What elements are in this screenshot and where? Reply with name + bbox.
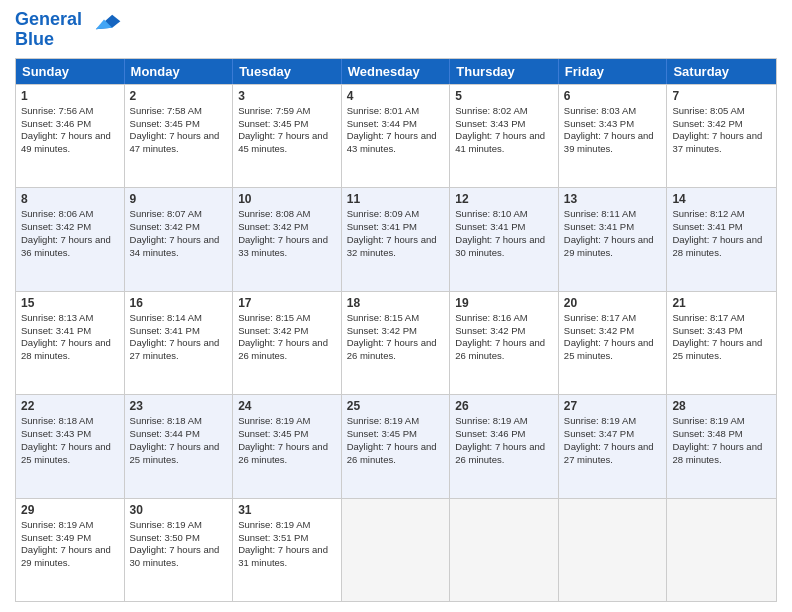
- calendar-cell: 12Sunrise: 8:10 AMSunset: 3:41 PMDayligh…: [450, 188, 559, 290]
- daylight-text: Daylight: 7 hours and 37 minutes.: [672, 130, 771, 156]
- day-number: 10: [238, 191, 336, 207]
- calendar-cell: 24Sunrise: 8:19 AMSunset: 3:45 PMDayligh…: [233, 395, 342, 497]
- sunrise-text: Sunrise: 8:12 AM: [672, 208, 771, 221]
- sunset-text: Sunset: 3:41 PM: [347, 221, 445, 234]
- sunrise-text: Sunrise: 8:19 AM: [238, 415, 336, 428]
- sunrise-text: Sunrise: 8:18 AM: [21, 415, 119, 428]
- day-number: 5: [455, 88, 553, 104]
- sunset-text: Sunset: 3:41 PM: [130, 325, 228, 338]
- day-number: 22: [21, 398, 119, 414]
- header-day-thursday: Thursday: [450, 59, 559, 84]
- calendar-cell: 23Sunrise: 8:18 AMSunset: 3:44 PMDayligh…: [125, 395, 234, 497]
- day-number: 25: [347, 398, 445, 414]
- daylight-text: Daylight: 7 hours and 26 minutes.: [347, 337, 445, 363]
- sunset-text: Sunset: 3:45 PM: [238, 118, 336, 131]
- calendar-cell: 18Sunrise: 8:15 AMSunset: 3:42 PMDayligh…: [342, 292, 451, 394]
- sunset-text: Sunset: 3:42 PM: [238, 221, 336, 234]
- day-number: 12: [455, 191, 553, 207]
- daylight-text: Daylight: 7 hours and 29 minutes.: [21, 544, 119, 570]
- daylight-text: Daylight: 7 hours and 49 minutes.: [21, 130, 119, 156]
- calendar-row-3: 22Sunrise: 8:18 AMSunset: 3:43 PMDayligh…: [16, 394, 776, 497]
- sunset-text: Sunset: 3:42 PM: [672, 118, 771, 131]
- day-number: 9: [130, 191, 228, 207]
- calendar-body: 1Sunrise: 7:56 AMSunset: 3:46 PMDaylight…: [16, 84, 776, 601]
- daylight-text: Daylight: 7 hours and 43 minutes.: [347, 130, 445, 156]
- day-number: 3: [238, 88, 336, 104]
- daylight-text: Daylight: 7 hours and 47 minutes.: [130, 130, 228, 156]
- day-number: 4: [347, 88, 445, 104]
- sunrise-text: Sunrise: 7:56 AM: [21, 105, 119, 118]
- daylight-text: Daylight: 7 hours and 27 minutes.: [564, 441, 662, 467]
- daylight-text: Daylight: 7 hours and 33 minutes.: [238, 234, 336, 260]
- day-number: 30: [130, 502, 228, 518]
- sunrise-text: Sunrise: 8:01 AM: [347, 105, 445, 118]
- sunset-text: Sunset: 3:45 PM: [130, 118, 228, 131]
- sunset-text: Sunset: 3:41 PM: [455, 221, 553, 234]
- daylight-text: Daylight: 7 hours and 34 minutes.: [130, 234, 228, 260]
- sunset-text: Sunset: 3:42 PM: [21, 221, 119, 234]
- sunset-text: Sunset: 3:50 PM: [130, 532, 228, 545]
- day-number: 6: [564, 88, 662, 104]
- day-number: 17: [238, 295, 336, 311]
- sunrise-text: Sunrise: 7:58 AM: [130, 105, 228, 118]
- calendar-row-2: 15Sunrise: 8:13 AMSunset: 3:41 PMDayligh…: [16, 291, 776, 394]
- sunset-text: Sunset: 3:46 PM: [455, 428, 553, 441]
- logo-text: GeneralBlue: [15, 10, 82, 50]
- calendar-cell: 9Sunrise: 8:07 AMSunset: 3:42 PMDaylight…: [125, 188, 234, 290]
- calendar-cell: 2Sunrise: 7:58 AMSunset: 3:45 PMDaylight…: [125, 85, 234, 187]
- sunset-text: Sunset: 3:42 PM: [564, 325, 662, 338]
- daylight-text: Daylight: 7 hours and 32 minutes.: [347, 234, 445, 260]
- sunrise-text: Sunrise: 8:15 AM: [347, 312, 445, 325]
- sunrise-text: Sunrise: 8:05 AM: [672, 105, 771, 118]
- day-number: 7: [672, 88, 771, 104]
- daylight-text: Daylight: 7 hours and 30 minutes.: [455, 234, 553, 260]
- sunrise-text: Sunrise: 8:19 AM: [455, 415, 553, 428]
- calendar-cell: 25Sunrise: 8:19 AMSunset: 3:45 PMDayligh…: [342, 395, 451, 497]
- calendar-cell: 8Sunrise: 8:06 AMSunset: 3:42 PMDaylight…: [16, 188, 125, 290]
- calendar-cell: 7Sunrise: 8:05 AMSunset: 3:42 PMDaylight…: [667, 85, 776, 187]
- sunset-text: Sunset: 3:43 PM: [564, 118, 662, 131]
- sunrise-text: Sunrise: 8:07 AM: [130, 208, 228, 221]
- sunset-text: Sunset: 3:51 PM: [238, 532, 336, 545]
- sunrise-text: Sunrise: 7:59 AM: [238, 105, 336, 118]
- calendar-cell: 28Sunrise: 8:19 AMSunset: 3:48 PMDayligh…: [667, 395, 776, 497]
- day-number: 23: [130, 398, 228, 414]
- sunrise-text: Sunrise: 8:14 AM: [130, 312, 228, 325]
- sunset-text: Sunset: 3:41 PM: [672, 221, 771, 234]
- calendar-cell: 17Sunrise: 8:15 AMSunset: 3:42 PMDayligh…: [233, 292, 342, 394]
- sunset-text: Sunset: 3:45 PM: [347, 428, 445, 441]
- calendar-cell: 20Sunrise: 8:17 AMSunset: 3:42 PMDayligh…: [559, 292, 668, 394]
- daylight-text: Daylight: 7 hours and 45 minutes.: [238, 130, 336, 156]
- day-number: 20: [564, 295, 662, 311]
- sunrise-text: Sunrise: 8:03 AM: [564, 105, 662, 118]
- day-number: 11: [347, 191, 445, 207]
- day-number: 18: [347, 295, 445, 311]
- sunset-text: Sunset: 3:47 PM: [564, 428, 662, 441]
- calendar-cell: 6Sunrise: 8:03 AMSunset: 3:43 PMDaylight…: [559, 85, 668, 187]
- sunset-text: Sunset: 3:43 PM: [455, 118, 553, 131]
- sunrise-text: Sunrise: 8:15 AM: [238, 312, 336, 325]
- sunrise-text: Sunrise: 8:10 AM: [455, 208, 553, 221]
- header-day-saturday: Saturday: [667, 59, 776, 84]
- calendar-cell: 5Sunrise: 8:02 AMSunset: 3:43 PMDaylight…: [450, 85, 559, 187]
- sunrise-text: Sunrise: 8:13 AM: [21, 312, 119, 325]
- daylight-text: Daylight: 7 hours and 28 minutes.: [672, 441, 771, 467]
- sunset-text: Sunset: 3:41 PM: [21, 325, 119, 338]
- calendar-cell: 11Sunrise: 8:09 AMSunset: 3:41 PMDayligh…: [342, 188, 451, 290]
- sunrise-text: Sunrise: 8:19 AM: [347, 415, 445, 428]
- day-number: 24: [238, 398, 336, 414]
- header-day-wednesday: Wednesday: [342, 59, 451, 84]
- header: GeneralBlue: [15, 10, 777, 50]
- day-number: 31: [238, 502, 336, 518]
- daylight-text: Daylight: 7 hours and 28 minutes.: [21, 337, 119, 363]
- sunrise-text: Sunrise: 8:06 AM: [21, 208, 119, 221]
- sunset-text: Sunset: 3:42 PM: [455, 325, 553, 338]
- sunrise-text: Sunrise: 8:19 AM: [672, 415, 771, 428]
- day-number: 21: [672, 295, 771, 311]
- daylight-text: Daylight: 7 hours and 28 minutes.: [672, 234, 771, 260]
- sunset-text: Sunset: 3:46 PM: [21, 118, 119, 131]
- daylight-text: Daylight: 7 hours and 26 minutes.: [347, 441, 445, 467]
- calendar: SundayMondayTuesdayWednesdayThursdayFrid…: [15, 58, 777, 602]
- calendar-cell: 14Sunrise: 8:12 AMSunset: 3:41 PMDayligh…: [667, 188, 776, 290]
- header-day-friday: Friday: [559, 59, 668, 84]
